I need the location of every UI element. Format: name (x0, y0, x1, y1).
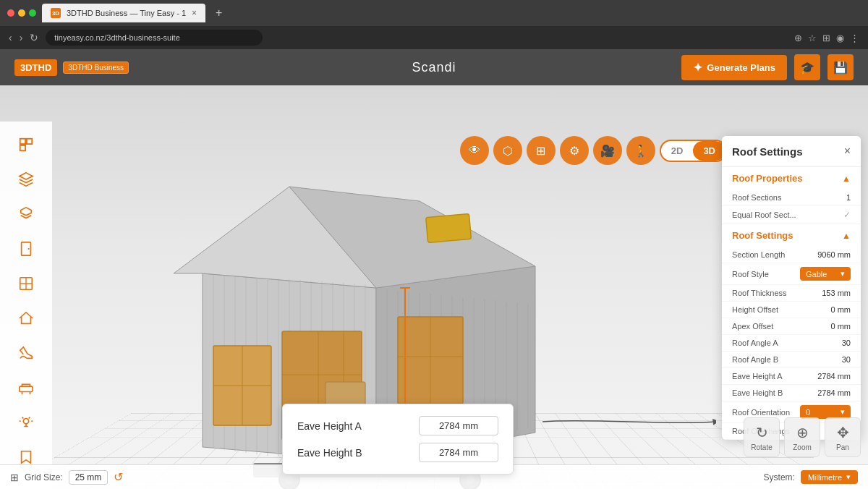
menu-icon[interactable]: ⋮ (850, 33, 859, 43)
zoom-control[interactable]: ⊕ Zoom (784, 417, 820, 457)
sidebar-layers-button[interactable] (10, 198, 42, 230)
chevron-down-icon: ▾ (841, 269, 845, 278)
sidebar-furniture-button[interactable] (10, 372, 42, 404)
sidebar-floorplan-button[interactable] (10, 129, 42, 161)
sidebar-window-button[interactable] (10, 268, 42, 299)
svg-rect-61 (20, 386, 33, 391)
rotate-icon: ↻ (756, 424, 768, 441)
panel-header: Roof Settings × (722, 136, 861, 167)
star-icon[interactable]: ☆ (808, 33, 817, 43)
model-view-button[interactable]: ⬡ (493, 136, 522, 165)
roof-style-value: Gable (806, 270, 827, 278)
generate-plans-button[interactable]: ✦ Generate Plans (681, 55, 787, 80)
grid-reset-button[interactable]: ↺ (114, 470, 123, 484)
eave-height-b-panel-value: 2784 mm (817, 388, 851, 397)
close-window-btn[interactable] (7, 9, 14, 17)
roof-style-row: Roof Style Gable ▾ (722, 263, 861, 285)
view-2d-button[interactable]: 2D (661, 141, 694, 161)
svg-point-64 (23, 419, 28, 424)
tooltip-arrow (542, 411, 716, 433)
tutorial-button[interactable]: 🎓 (794, 54, 820, 80)
tab-title: 3DTHD Business — Tiny Easy - 1 (67, 9, 186, 17)
eave-height-a-label: Eave Height A (297, 420, 362, 432)
grid-size-icon: ⊞ (10, 472, 19, 483)
extension-icon[interactable]: ⊞ (822, 33, 830, 43)
save-icon: 💾 (833, 61, 848, 75)
browser-tab[interactable]: 3D 3DTHD Business — Tiny Easy - 1 × (42, 4, 205, 22)
viewport: Eave Height A 2784 mm Eave Height B 2784… (0, 85, 868, 489)
panel-title: Roof Settings (732, 145, 803, 158)
sidebar-roof-button[interactable] (10, 302, 42, 334)
roof-sections-label: Roof Sections (732, 193, 781, 202)
equal-roof-sect-row: Equal Roof Sect... ✓ (722, 206, 861, 224)
roof-settings-collapse-button[interactable]: ▲ (842, 231, 851, 241)
minimize-window-btn[interactable] (18, 9, 25, 17)
logo-badge: 3DTHD Business (63, 61, 129, 74)
panel-close-button[interactable]: × (844, 145, 851, 158)
equal-roof-sect-check: ✓ (843, 210, 851, 220)
pan-icon: ✥ (837, 424, 849, 441)
rotate-control[interactable]: ↻ Rotate (744, 417, 780, 457)
roof-settings-section-header: Roof Settings ▲ (722, 224, 861, 247)
roof-angle-b-row: Roof Angle B 30 (722, 352, 861, 368)
svg-rect-53 (20, 139, 25, 144)
apex-offset-row: Apex Offset 0 mm (722, 318, 861, 335)
roof-angle-a-row: Roof Angle A 30 (722, 335, 861, 352)
address-bar-icons: ⊕ ☆ ⊞ ◉ ⋮ (794, 33, 859, 43)
person-icon: 👁 (469, 144, 480, 157)
new-tab-button[interactable]: + (211, 7, 226, 20)
view-controls: 👁 ⬡ ⊞ ⚙ 🎥 🚶 2D 3D (460, 136, 727, 165)
profile-icon[interactable]: ◉ (836, 33, 844, 43)
back-button[interactable]: ‹ (9, 32, 12, 43)
view-mode-toggle: 2D 3D (660, 140, 727, 162)
roof-angle-b-label: Roof Angle B (732, 355, 778, 364)
roof-style-select[interactable]: Gable ▾ (800, 267, 851, 281)
settings-view-button[interactable]: ⚙ (560, 136, 589, 165)
chevron-down-icon-system: ▾ (846, 472, 851, 482)
roof-sections-row: Roof Sections 1 (722, 190, 861, 206)
plus-icon: ✦ (693, 61, 702, 75)
save-button[interactable]: 💾 (827, 54, 854, 80)
toolbar-right: ✦ Generate Plans 🎓 💾 (681, 54, 854, 80)
eave-height-tooltip: Eave Height A 2784 mm Eave Height B 2784… (282, 404, 514, 475)
tab-close-btn[interactable]: × (192, 8, 197, 18)
roof-sections-value: 1 (846, 193, 851, 202)
layers-icon: ⊞ (536, 144, 545, 158)
app-container: 3DTHD 3DTHD Business Scandi ✦ Generate P… (0, 49, 868, 489)
roof-thickness-label: Roof Thickness (732, 289, 787, 297)
camera-view-button[interactable]: 🎥 (593, 136, 622, 165)
system-value: Millimetre (808, 473, 842, 482)
grid-size-label: Grid Size: (25, 472, 63, 482)
sidebar-paint-button[interactable] (10, 337, 42, 369)
roof-settings-panel: Roof Settings × Roof Properties ▲ Roof S… (722, 136, 861, 440)
grid-size-value[interactable]: 25 mm (69, 470, 109, 485)
generate-plans-label: Generate Plans (707, 62, 775, 73)
roof-properties-collapse-button[interactable]: ▲ (842, 174, 851, 184)
view-3d-button[interactable]: 3D (693, 141, 726, 161)
roof-orientation-value: 0 (806, 408, 810, 417)
system-select-button[interactable]: Millimetre ▾ (801, 470, 858, 484)
layers-view-button[interactable]: ⊞ (527, 136, 556, 165)
url-input[interactable] (46, 30, 263, 46)
svg-rect-54 (27, 139, 32, 144)
reload-button[interactable]: ↻ (30, 32, 38, 43)
equal-roof-sect-label: Equal Roof Sect... (732, 211, 796, 219)
forward-button[interactable]: › (20, 32, 23, 43)
height-offset-value: 0 mm (831, 305, 851, 314)
sidebar-door-button[interactable] (10, 233, 42, 265)
sidebar-light-button[interactable] (10, 407, 42, 438)
tab-favicon: 3D (51, 8, 61, 18)
roof-thickness-value: 153 mm (822, 289, 851, 297)
walk-view-button[interactable]: 🚶 (626, 136, 655, 165)
eave-height-a-panel-row: Eave Height A 2784 mm (722, 368, 861, 385)
zoom-ctrl-icon: ⊕ (796, 424, 809, 441)
svg-point-57 (28, 248, 30, 250)
browser-chrome: 3D 3DTHD Business — Tiny Easy - 1 × + (0, 0, 868, 26)
pan-control[interactable]: ✥ Pan (825, 417, 861, 457)
maximize-window-btn[interactable] (29, 9, 36, 17)
roof-style-label: Roof Style (732, 270, 769, 278)
eave-height-b-label: Eave Height B (297, 447, 362, 459)
sidebar-3d-button[interactable] (10, 163, 42, 195)
person-view-button[interactable]: 👁 (460, 136, 489, 165)
system-label: System: (764, 472, 795, 482)
